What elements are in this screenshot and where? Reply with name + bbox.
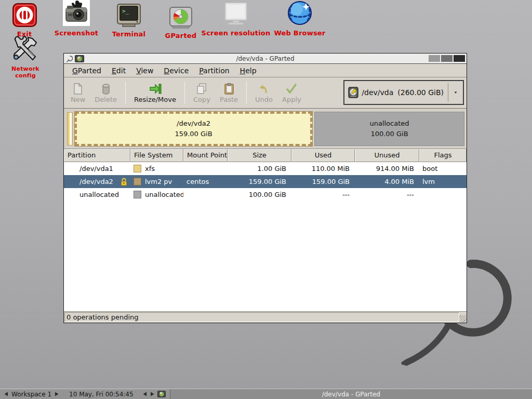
device-name: /dev/vda	[362, 88, 393, 97]
cell-unused: ---	[355, 191, 419, 198]
status-bar: 0 operations pending	[64, 312, 467, 323]
undo-icon	[258, 83, 270, 95]
menu-edit[interactable]: Edit	[107, 64, 131, 77]
resize-move-button[interactable]: Resize/Move	[129, 81, 181, 105]
desktop-icon-label: GParted	[158, 32, 204, 39]
minimize-button[interactable]	[429, 55, 440, 62]
close-button[interactable]	[454, 55, 465, 62]
toolbar-separator	[125, 82, 126, 104]
partition-visual-bar: /dev/vda2 159.00 GiB unallocated 100.00 …	[64, 109, 467, 149]
maximize-button[interactable]	[441, 55, 453, 62]
fs-color-swatch	[134, 165, 141, 172]
fs-color-swatch	[134, 191, 141, 198]
toolbar: New Delete Resize/Move Copy	[64, 77, 467, 109]
table-row-vda2-selected[interactable]: /dev/vda2 lvm2 pv centos 159.00 GiB 159.…	[64, 175, 467, 188]
task-next-icon[interactable]	[150, 392, 154, 396]
undo-button[interactable]: Undo	[250, 81, 277, 105]
table-header-row: Partition File System Mount Point Size U…	[64, 149, 467, 162]
taskbar: Workspace 1 10 May, Fri 00:54:45 /dev/vd…	[0, 389, 532, 399]
gparted-window: /dev/vda - GParted GParted Edit View Dev…	[63, 53, 467, 323]
desktop-icon-label: Screen resolution	[201, 29, 271, 37]
menu-partition[interactable]: Partition	[194, 64, 234, 77]
column-header-filesystem[interactable]: File System	[130, 149, 183, 162]
disk-device-icon	[348, 87, 358, 98]
workspace-pager: Workspace 1 10 May, Fri 00:54:45	[0, 389, 170, 399]
window-title: /dev/vda - GParted	[64, 55, 467, 62]
delete-partition-icon	[100, 83, 112, 95]
menu-bar: GParted Edit View Device Partition Help	[64, 64, 467, 77]
globe-icon	[269, 0, 330, 26]
column-header-flags[interactable]: Flags	[419, 149, 467, 162]
cell-flags: lvm	[419, 178, 467, 185]
desktop-icon-label: Web Browser	[269, 29, 330, 37]
camera-icon	[50, 0, 103, 26]
taskbar-gparted-icon[interactable]	[157, 391, 166, 397]
desktop-icon-gparted[interactable]: GParted	[158, 3, 204, 39]
clock: 10 May, Fri 00:54:45	[69, 391, 134, 398]
cell-partition: unallocated	[64, 191, 130, 198]
combo-separator	[448, 83, 448, 102]
desktop-icon-network-config[interactable]: Network config	[1, 36, 50, 79]
device-size: (260.00 GiB)	[397, 88, 444, 97]
device-selector[interactable]: /dev/vda (260.00 GiB)	[343, 80, 464, 105]
new-button[interactable]: New	[66, 81, 90, 105]
menu-device[interactable]: Device	[158, 64, 194, 77]
cell-size: 1.00 GiB	[228, 165, 291, 172]
desktop-icon-label: Network config	[1, 65, 50, 79]
workspace-next-icon[interactable]	[55, 392, 59, 396]
cell-filesystem: xfs	[130, 165, 183, 172]
cell-size: 159.00 GiB	[228, 178, 291, 185]
partition-block-vda1[interactable]	[67, 112, 73, 145]
desktop-icon-exit[interactable]: Exit	[8, 1, 41, 38]
desktop-icon-terminal[interactable]: >_ Terminal	[106, 1, 152, 38]
desktop-icon-web-browser[interactable]: Web Browser	[269, 0, 330, 37]
task-prev-icon[interactable]	[143, 392, 147, 396]
taskbar-task-gparted[interactable]: /dev/vda - GParted	[170, 389, 532, 399]
cell-size: 100.00 GiB	[228, 191, 291, 198]
menu-view[interactable]: View	[131, 64, 158, 77]
desktop-icon-label: Screenshot	[50, 29, 103, 37]
column-header-used[interactable]: Used	[291, 149, 355, 162]
column-header-size[interactable]: Size	[228, 149, 291, 162]
copy-button[interactable]: Copy	[189, 81, 215, 105]
menu-help[interactable]: Help	[235, 64, 262, 77]
cell-unused: 914.00 MiB	[355, 165, 419, 172]
exit-power-icon	[8, 1, 41, 27]
svg-text:>_: >_	[122, 8, 129, 15]
table-row-vda1[interactable]: /dev/vda1 xfs 1.00 GiB 110.00 MiB 914.00…	[64, 162, 467, 175]
desktop-icon-screen-resolution[interactable]: Screen resolution	[201, 0, 271, 37]
resize-move-icon	[149, 83, 162, 95]
desktop-icon-screenshot[interactable]: Screenshot	[50, 0, 103, 37]
cell-used: 159.00 GiB	[291, 178, 355, 185]
column-header-mountpoint[interactable]: Mount Point	[183, 149, 228, 162]
new-partition-icon	[72, 83, 84, 95]
column-header-unused[interactable]: Unused	[355, 149, 419, 162]
column-header-partition[interactable]: Partition	[64, 149, 130, 162]
cell-used: 110.00 MiB	[291, 165, 355, 172]
toolbar-separator	[184, 82, 185, 104]
resize-grip[interactable]	[459, 315, 466, 322]
cell-used: ---	[291, 191, 355, 198]
partition-block-unallocated[interactable]: unallocated 100.00 GiB	[314, 112, 464, 146]
partition-table: Partition File System Mount Point Size U…	[64, 149, 467, 312]
cell-partition: /dev/vda2	[64, 178, 130, 186]
window-titlebar[interactable]: /dev/vda - GParted	[64, 54, 467, 64]
cell-flags: boot	[419, 165, 467, 172]
menu-gparted[interactable]: GParted	[67, 64, 107, 77]
terminal-crt-icon: >_	[106, 1, 152, 27]
paste-button[interactable]: Paste	[215, 81, 243, 105]
tools-icon	[1, 36, 50, 62]
paste-icon	[223, 83, 235, 95]
table-row-unallocated[interactable]: unallocated unallocated 100.00 GiB --- -…	[64, 188, 467, 201]
partition-size: 159.00 GiB	[175, 129, 212, 139]
partition-size: 100.00 GiB	[370, 129, 408, 139]
delete-button[interactable]: Delete	[90, 81, 122, 105]
cell-mountpoint: centos	[183, 178, 228, 185]
apply-button[interactable]: Apply	[277, 81, 306, 105]
workspace-label[interactable]: Workspace 1	[11, 391, 51, 398]
gparted-disk-icon	[158, 3, 204, 29]
partition-name: /dev/vda2	[177, 118, 210, 129]
partition-block-vda2-selected[interactable]: /dev/vda2 159.00 GiB	[75, 112, 312, 146]
apply-check-icon	[285, 83, 298, 95]
workspace-prev-icon[interactable]	[4, 392, 8, 396]
